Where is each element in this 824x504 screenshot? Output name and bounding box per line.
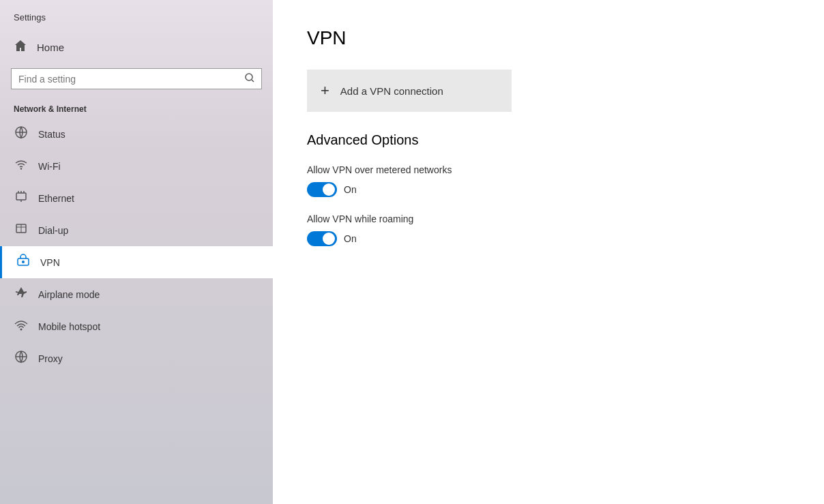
- airplane-label: Airplane mode: [38, 289, 100, 300]
- vpn-icon: [16, 254, 31, 271]
- dialup-icon: [14, 222, 29, 239]
- wifi-label: Wi-Fi: [38, 161, 61, 172]
- sidebar-item-proxy[interactable]: Proxy: [0, 342, 273, 374]
- dialup-label: Dial-up: [38, 225, 68, 236]
- home-icon: [14, 39, 27, 56]
- metered-networks-toggle[interactable]: [307, 182, 337, 197]
- svg-line-1: [252, 80, 254, 82]
- roaming-toggle-state: On: [344, 233, 357, 244]
- svg-point-14: [22, 261, 25, 263]
- proxy-label: Proxy: [38, 353, 63, 364]
- metered-networks-section: Allow VPN over metered networks On: [307, 164, 790, 197]
- page-title: VPN: [307, 27, 790, 49]
- roaming-section: Allow VPN while roaming On: [307, 213, 790, 246]
- svg-point-0: [246, 74, 252, 80]
- sidebar: Settings Home Network & Internet Stat: [0, 0, 273, 504]
- hotspot-label: Mobile hotspot: [38, 321, 100, 332]
- search-input[interactable]: [18, 74, 245, 85]
- svg-point-4: [20, 168, 22, 169]
- proxy-icon: [14, 350, 29, 367]
- svg-point-15: [20, 329, 23, 331]
- app-title: Settings: [0, 0, 273, 32]
- ethernet-icon: [14, 190, 29, 207]
- home-label: Home: [37, 42, 64, 53]
- wifi-icon: [14, 158, 29, 175]
- search-icon[interactable]: [245, 73, 254, 85]
- search-box[interactable]: [11, 68, 262, 89]
- sidebar-item-ethernet[interactable]: Ethernet: [0, 182, 273, 214]
- roaming-toggle[interactable]: [307, 231, 337, 246]
- plus-icon: +: [321, 82, 329, 100]
- sidebar-item-dialup[interactable]: Dial-up: [0, 214, 273, 246]
- sidebar-item-wifi[interactable]: Wi-Fi: [0, 150, 273, 182]
- toggle-thumb-roaming: [323, 233, 335, 245]
- airplane-icon: [14, 286, 29, 303]
- section-label: Network & Internet: [0, 98, 273, 118]
- metered-toggle-state: On: [344, 184, 357, 195]
- sidebar-item-vpn[interactable]: VPN: [0, 246, 273, 278]
- svg-rect-5: [16, 193, 26, 200]
- advanced-options-title: Advanced Options: [307, 132, 790, 148]
- sidebar-item-airplane[interactable]: Airplane mode: [0, 278, 273, 310]
- hotspot-icon: [14, 318, 29, 335]
- roaming-label: Allow VPN while roaming: [307, 213, 790, 224]
- toggle-thumb-metered: [323, 183, 335, 196]
- main-content: VPN + Add a VPN connection Advanced Opti…: [273, 0, 824, 504]
- add-vpn-button[interactable]: + Add a VPN connection: [307, 70, 512, 112]
- status-icon: [14, 125, 29, 143]
- roaming-toggle-row: On: [307, 231, 790, 246]
- metered-toggle-row: On: [307, 182, 790, 197]
- metered-networks-label: Allow VPN over metered networks: [307, 164, 790, 175]
- sidebar-item-hotspot[interactable]: Mobile hotspot: [0, 310, 273, 342]
- status-label: Status: [38, 129, 65, 140]
- vpn-label: VPN: [40, 257, 60, 268]
- sidebar-item-status[interactable]: Status: [0, 118, 273, 150]
- ethernet-label: Ethernet: [38, 193, 74, 204]
- home-nav-item[interactable]: Home: [0, 32, 273, 63]
- add-vpn-label: Add a VPN connection: [340, 85, 443, 97]
